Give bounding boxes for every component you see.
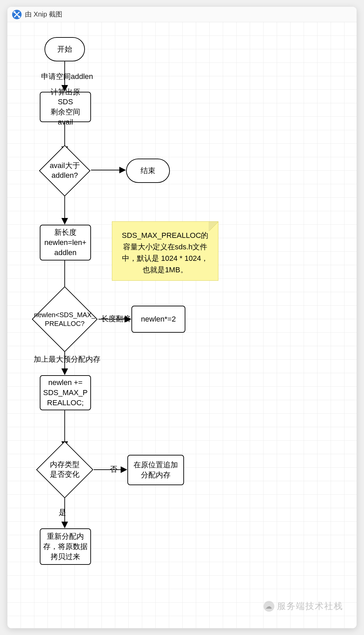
xnip-logo-icon	[12, 10, 22, 19]
wechat-icon: ☁	[264, 601, 274, 612]
node-newlen-assign-label: 新长度 newlen=len+ addlen	[44, 227, 87, 257]
edge-apply-addlen: 申请空间addlen	[41, 72, 93, 82]
node-newlen-add-prealloc: newlen += SDS_MAX_P REALLOC;	[40, 375, 91, 410]
window: 由 Xnip 截图	[7, 7, 357, 628]
node-end: 结束	[126, 159, 170, 183]
node-start: 开始	[44, 37, 85, 61]
titlebar: 由 Xnip 截图	[7, 7, 357, 22]
svg-point-0	[13, 11, 16, 13]
node-end-label: 结束	[141, 166, 155, 176]
watermark: ☁ 服务端技术社栈	[264, 600, 343, 612]
node-newlen-double-label: newlen*=2	[141, 314, 176, 324]
node-calc-avail: 计算出原SDS 剩余空间avail	[40, 92, 91, 122]
decision-memtype-changed-label: 内存类型 是否变化	[39, 460, 90, 479]
flowchart-canvas: 开始 申请空间addlen 计算出原SDS 剩余空间avail avail大于 …	[7, 22, 357, 628]
titlebar-text: 由 Xnip 截图	[25, 10, 62, 19]
decision-newlen-lt-max-label: newlen<SDS_MAX_ PREALLOC?	[26, 310, 103, 328]
svg-point-1	[18, 16, 20, 18]
node-realloc-copy: 重新分配内 存，将原数据 拷贝过来	[40, 528, 91, 565]
node-calc-avail-label: 计算出原SDS 剩余空间avail	[43, 87, 88, 127]
node-newlen-add-prealloc-label: newlen += SDS_MAX_P REALLOC;	[43, 378, 88, 408]
watermark-text: 服务端技术社栈	[277, 600, 343, 612]
node-newlen-double: newlen*=2	[131, 306, 185, 333]
node-start-label: 开始	[57, 44, 72, 54]
sticky-note: SDS_MAX_PREALLOC的容量大小定义在sds.h文件中，默认是 102…	[112, 221, 218, 281]
node-append-inplace: 在原位置追加 分配内存	[127, 455, 184, 485]
edge-no: 否	[110, 464, 117, 474]
edge-add-max-prealloc: 加上最大预分配内存	[34, 354, 100, 364]
sticky-note-text: SDS_MAX_PREALLOC的容量大小定义在sds.h文件中，默认是 102…	[122, 231, 209, 274]
decision-avail-gt-addlen-label: avail大于 addlen?	[38, 161, 92, 180]
node-newlen-assign: 新长度 newlen=len+ addlen	[40, 225, 91, 260]
edge-length-double: 长度翻倍	[101, 314, 131, 324]
node-realloc-copy-label: 重新分配内 存，将原数据 拷贝过来	[43, 531, 88, 561]
edge-yes: 是	[59, 507, 66, 518]
node-append-inplace-label: 在原位置追加 分配内存	[133, 460, 178, 480]
